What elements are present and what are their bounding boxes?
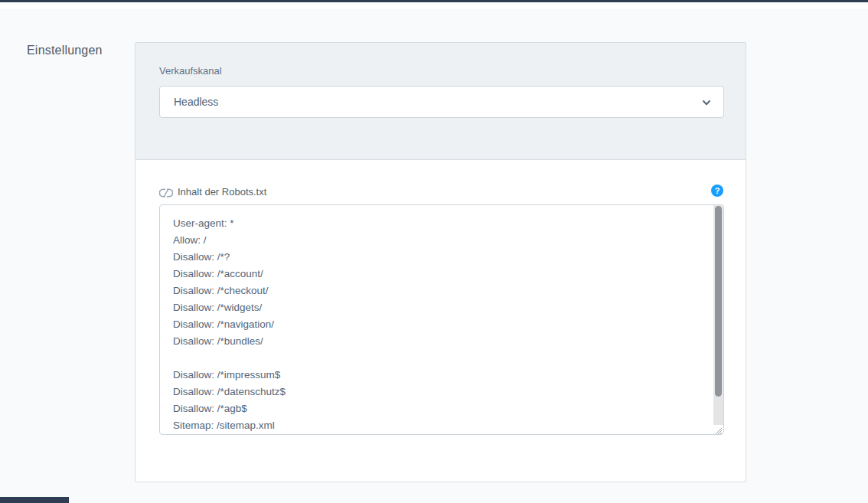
textarea-scrollbar-thumb[interactable] [715,206,722,397]
robots-txt-line: Disallow: /*account/ [173,266,699,283]
robots-txt-line: Disallow: /*impressum$ [173,367,699,384]
bottom-left-navy-rect [0,497,69,503]
page-title: Einstellungen [27,44,103,57]
help-icon[interactable]: ? [711,185,723,197]
robots-txt-line: Disallow: /*bundles/ [173,333,699,350]
robots-txt-section: Inhalt der Robots.txt ? User-agent: *All… [135,160,746,482]
robots-txt-line: Disallow: /*datenschutz$ [173,384,699,400]
sales-channel-selected-value: Headless [174,87,218,117]
robots-txt-content: User-agent: *Allow: /Disallow: /*?Disall… [173,215,699,434]
robots-txt-line: User-agent: * [173,215,699,232]
textarea-resize-handle[interactable] [713,425,723,434]
top-white-strip [0,2,868,9]
robots-txt-textarea[interactable]: User-agent: *Allow: /Disallow: /*?Disall… [159,204,724,435]
robots-txt-line: Disallow: /*navigation/ [173,316,699,333]
robots-txt-line: Allow: / [173,232,699,249]
settings-card: Verkaufskanal Headless Inhalt der Robots… [135,42,746,482]
robots-txt-line: Disallow: /*checkout/ [173,283,699,299]
robots-txt-line [173,350,699,367]
chevron-down-icon [701,97,712,108]
sales-channel-section: Verkaufskanal Headless [135,43,746,160]
robots-txt-line: Sitemap: /sitemap.xml [173,417,699,434]
robots-txt-label: Inhalt der Robots.txt [178,186,266,198]
robots-txt-line: Disallow: /*? [173,249,699,266]
sales-channel-select[interactable]: Headless [159,86,724,118]
textarea-scrollbar-track[interactable] [713,205,723,425]
link-broken-icon[interactable] [159,187,173,196]
sales-channel-label: Verkaufskanal [159,65,222,77]
robots-txt-line: Disallow: /*widgets/ [173,299,699,316]
robots-txt-line: Disallow: /*agb$ [173,400,699,417]
